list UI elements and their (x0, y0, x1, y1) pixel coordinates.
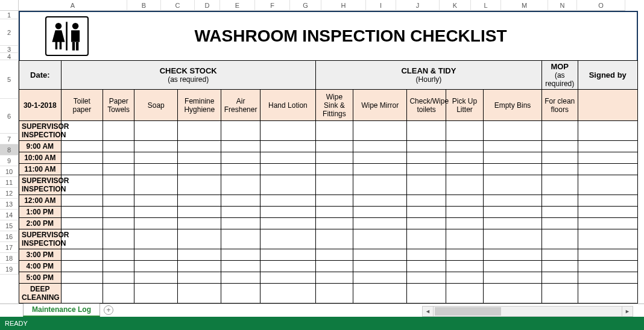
cell[interactable] (484, 249, 542, 261)
cell[interactable] (260, 207, 315, 218)
cell[interactable] (353, 152, 406, 164)
cell[interactable] (134, 229, 178, 249)
cell[interactable] (484, 284, 542, 304)
column-header-L[interactable]: L (471, 0, 501, 11)
column-header-I[interactable]: I (366, 0, 396, 11)
row-header-18[interactable]: 18 (0, 253, 19, 264)
column-header-D[interactable]: D (195, 0, 220, 11)
cell[interactable] (541, 261, 578, 272)
column-header-N[interactable]: N (548, 0, 577, 11)
cell[interactable] (103, 141, 134, 152)
cell[interactable] (484, 207, 542, 218)
cell[interactable] (178, 141, 221, 152)
row-header-17[interactable]: 17 (0, 242, 19, 253)
cell[interactable] (178, 207, 221, 218)
cell[interactable] (178, 121, 221, 141)
cell[interactable] (134, 272, 178, 284)
cell[interactable] (353, 195, 406, 207)
cell[interactable] (446, 218, 483, 229)
sheet-grid[interactable]: Page 1 WASHROOM INSPECTION CHECKLIST (19, 11, 644, 305)
cell[interactable] (446, 195, 483, 207)
cell[interactable] (61, 207, 103, 218)
cell[interactable] (407, 141, 446, 152)
cell[interactable] (578, 207, 637, 218)
cell[interactable] (446, 121, 483, 141)
cell[interactable] (134, 164, 178, 175)
cell[interactable] (61, 218, 103, 229)
scroll-thumb[interactable] (435, 307, 501, 316)
cell[interactable] (103, 272, 134, 284)
cell[interactable] (353, 207, 406, 218)
cell[interactable] (353, 121, 406, 141)
cell[interactable] (407, 229, 446, 249)
column-header-C[interactable]: C (161, 0, 195, 11)
cell[interactable] (541, 207, 578, 218)
column-header-K[interactable]: K (440, 0, 471, 11)
cell[interactable] (221, 175, 260, 195)
cell[interactable] (407, 261, 446, 272)
cell[interactable] (134, 249, 178, 261)
row-header-9[interactable]: 9 (0, 155, 19, 166)
column-header-F[interactable]: F (255, 0, 290, 11)
cell[interactable] (178, 229, 221, 249)
cell[interactable] (407, 249, 446, 261)
cell[interactable] (315, 195, 353, 207)
cell[interactable] (221, 272, 260, 284)
cell[interactable] (221, 218, 260, 229)
cell[interactable] (353, 164, 406, 175)
cell[interactable] (578, 229, 637, 249)
cell[interactable] (134, 175, 178, 195)
cell[interactable] (407, 121, 446, 141)
cell[interactable] (134, 121, 178, 141)
cell[interactable] (446, 175, 483, 195)
cell[interactable] (446, 261, 483, 272)
cell[interactable] (61, 272, 103, 284)
cell[interactable] (178, 284, 221, 304)
cell[interactable] (260, 195, 315, 207)
cell[interactable] (484, 175, 542, 195)
cell[interactable] (353, 272, 406, 284)
cell[interactable] (484, 218, 542, 229)
cell[interactable] (484, 195, 542, 207)
cell[interactable] (407, 284, 446, 304)
cell[interactable] (541, 121, 578, 141)
cell[interactable] (541, 249, 578, 261)
row-header-8[interactable]: 8 (0, 145, 19, 155)
cell[interactable] (134, 207, 178, 218)
row-header-1[interactable]: 1 (0, 11, 19, 19)
cell[interactable] (178, 249, 221, 261)
cell[interactable] (134, 284, 178, 304)
cell[interactable] (484, 229, 542, 249)
column-header-E[interactable]: E (220, 0, 255, 11)
cell[interactable] (61, 261, 103, 272)
cell[interactable] (353, 284, 406, 304)
cell[interactable] (578, 164, 637, 175)
cell[interactable] (221, 261, 260, 272)
cell[interactable] (134, 152, 178, 164)
cell[interactable] (103, 249, 134, 261)
cell[interactable] (221, 249, 260, 261)
column-header-M[interactable]: M (501, 0, 548, 11)
cell[interactable] (484, 152, 542, 164)
cell[interactable] (61, 152, 103, 164)
cell[interactable] (446, 249, 483, 261)
cell[interactable] (578, 249, 637, 261)
cell[interactable] (61, 249, 103, 261)
cell[interactable] (178, 152, 221, 164)
cell[interactable] (260, 175, 315, 195)
cell[interactable] (103, 218, 134, 229)
cell[interactable] (260, 249, 315, 261)
row-header-7[interactable]: 7 (0, 134, 19, 145)
row-header-15[interactable]: 15 (0, 220, 19, 231)
cell[interactable] (103, 284, 134, 304)
cell[interactable] (260, 152, 315, 164)
cell[interactable] (353, 218, 406, 229)
cell[interactable] (61, 164, 103, 175)
cell[interactable] (221, 152, 260, 164)
cell[interactable] (484, 164, 542, 175)
cell[interactable] (260, 141, 315, 152)
cell[interactable] (541, 152, 578, 164)
select-all-corner[interactable] (0, 0, 19, 11)
cell[interactable] (103, 207, 134, 218)
cell[interactable] (134, 141, 178, 152)
